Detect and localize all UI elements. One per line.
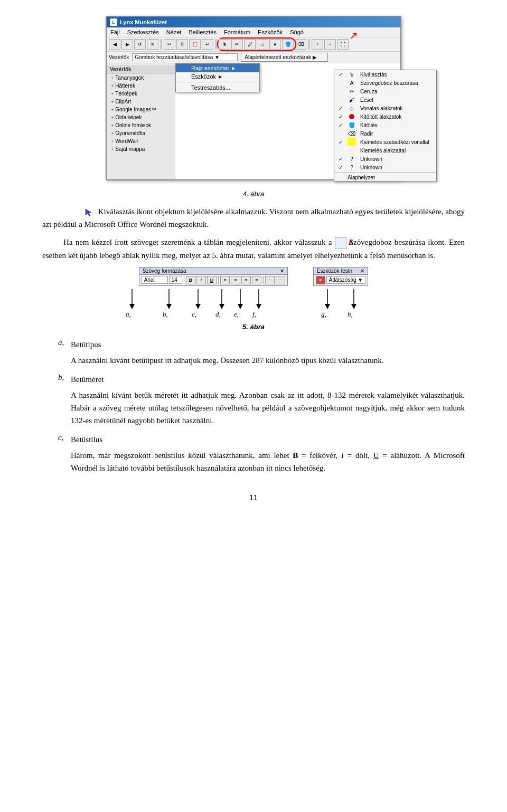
svg-marker-8: [219, 304, 224, 309]
tb-forward[interactable]: ▶: [121, 39, 133, 50]
szovegdoboz-icon: A: [348, 79, 356, 87]
eszkozok-x-btn[interactable]: ✕: [316, 276, 325, 284]
submenu-kiemelés-alakzattal[interactable]: □ Kiemelés alakzattal: [334, 146, 436, 155]
sidebar-item-hatterek[interactable]: Hátterek: [107, 82, 175, 90]
section-a-title: Betűtípus: [71, 338, 465, 351]
align-right-btn[interactable]: ≡: [241, 276, 251, 284]
tdemo-sep3: [263, 276, 264, 284]
vezerlok-label: Vezérlők: [109, 54, 129, 60]
tb-copy[interactable]: ⎘: [176, 39, 188, 50]
label-c: c,: [192, 310, 196, 319]
submenu-ecset[interactable]: 🖌 Ecset: [334, 95, 436, 104]
kivalasztas-icon: 🖱: [348, 71, 356, 78]
submenu-vonalas[interactable]: ✓ ◇ Vonalas alakzatok: [334, 104, 436, 112]
tb-draw7[interactable]: ⌫: [295, 39, 306, 50]
tb-stop[interactable]: ✕: [147, 39, 158, 50]
window-title: Lynx Munkafüzet: [120, 19, 167, 25]
menu-nezet[interactable]: Nézet: [165, 28, 183, 36]
menu-eszkozok[interactable]: Eszközök: [256, 28, 284, 36]
sidebar-item-sajat[interactable]: Saját mappa: [107, 145, 175, 153]
menu-szerkesztes[interactable]: Szerkesztés: [126, 28, 161, 36]
label-g: g,: [321, 310, 326, 319]
submenu-alaphelyzet[interactable]: Alaphelyzet: [334, 174, 436, 181]
tb-draw5[interactable]: ●: [269, 39, 281, 50]
menu-fajl[interactable]: Fájl: [109, 28, 121, 36]
bold-btn[interactable]: B: [186, 276, 195, 284]
kiemelés-alakzattal-icon: □: [348, 147, 356, 154]
submenu-unknown1[interactable]: ✓ ? Unknown: [334, 155, 436, 163]
sidebar-item-tananyagok[interactable]: Tananyagok: [107, 74, 175, 82]
kiemelés-vonallal-icon: ▬: [348, 138, 356, 146]
submenu-kivalasztas[interactable]: ✓ 🖱 Kiválasztás: [334, 70, 436, 79]
sidebar-item-gyorsmedia[interactable]: Gyorsmédfia: [107, 129, 175, 137]
tb-cut[interactable]: ✂: [164, 39, 175, 50]
italic-btn[interactable]: I: [196, 276, 206, 284]
sidebar-item-wordwall[interactable]: WordWall: [107, 137, 175, 145]
menu-formatum[interactable]: Formátum: [222, 28, 252, 36]
font-selector[interactable]: Arial: [142, 276, 168, 284]
tdemo-sep2: [218, 276, 219, 284]
underline-btn[interactable]: U: [207, 276, 217, 284]
tb-zoom-out[interactable]: -: [324, 39, 336, 50]
sidebar-item-terkepek[interactable]: Térképek: [107, 90, 175, 98]
svg-marker-2: [129, 304, 135, 309]
sidebar-item-online[interactable]: Online források: [107, 121, 175, 129]
submenu2-sep: [334, 173, 436, 173]
menu-testreszabas[interactable]: Testreszabás...: [176, 83, 259, 92]
menu-beillesztes[interactable]: Beillesztés: [187, 28, 218, 36]
sidebar-item-google[interactable]: Google Images™: [107, 106, 175, 113]
tb-paste[interactable]: 📋: [189, 39, 201, 50]
tb-reload[interactable]: ↺: [134, 39, 146, 50]
tb-draw1[interactable]: 🖱: [219, 39, 230, 50]
submenu-ceruza[interactable]: ✏ Ceruza: [334, 87, 436, 95]
lynx-toolbar: ◀ ▶ ↺ ✕ ✂ ⎘ 📋 ↩ 🖱 ✏ 🖊 □ ● 🪣 ⌫: [107, 37, 400, 52]
szoveg-formazasa-toolbar: Szöveg formázása ✕ Arial 14 B I U ≡ ≡ ≡ …: [139, 267, 288, 286]
submenu-szovegdoboz[interactable]: A Szövegdoboz beszúrása: [334, 79, 436, 87]
gombok-input[interactable]: Gombok hozzáadása/eltávolítása ▼: [132, 53, 238, 61]
menu-sugo[interactable]: Súgó: [288, 28, 305, 36]
eszkozok-title: Eszközök testn ✕: [314, 268, 368, 275]
text-body: Kiválasztás ikont objektum kijelölésére …: [42, 205, 465, 262]
tb-draw4[interactable]: □: [257, 39, 268, 50]
label-h: h,: [348, 310, 353, 319]
menu-eszkozok[interactable]: Eszközök: [176, 72, 259, 81]
menu-rajz-eszkoztar[interactable]: Rajz eszköztár: [176, 64, 259, 72]
atlatszo-dropdown[interactable]: Átlátszóság ▼: [326, 276, 365, 284]
size-selector[interactable]: 14: [169, 276, 182, 284]
align-center-btn[interactable]: ≡: [231, 276, 240, 284]
align-justify-btn[interactable]: ≡: [252, 276, 261, 284]
align-left-btn[interactable]: ≡: [220, 276, 230, 284]
szoveg-close-btn[interactable]: ✕: [280, 268, 284, 274]
szoveg-title-text: Szöveg formázása: [143, 268, 186, 274]
submenu-kiemelés-vonallal[interactable]: ✓ ▬ Kiemelés szabadkézi vonallal: [334, 138, 436, 146]
sidebar-item-oldalképek[interactable]: Oldalképek: [107, 113, 175, 121]
section-a-marker: a,: [58, 338, 71, 370]
tb-draw3[interactable]: 🖊: [244, 39, 256, 50]
submenu-kitoltott[interactable]: ✓ Kitöltött alakzatok: [334, 112, 436, 121]
tb-draw6[interactable]: 🪣: [282, 39, 294, 50]
tb-draw2[interactable]: ✏: [231, 39, 243, 50]
ceruza-icon: ✏: [348, 88, 356, 95]
submenu-kitoltes[interactable]: ✓ 🪣 Kitöltés: [334, 121, 436, 129]
kitoltes-icon: 🪣: [348, 121, 356, 129]
szovegdoboz-inline-icon: A: [335, 237, 346, 249]
submenu-unknown2[interactable]: ✓ ? Unknown: [334, 163, 436, 171]
tb-zoom-in[interactable]: +: [312, 39, 323, 50]
fig5-label: 5. ábra: [42, 323, 465, 331]
label-a: a,: [126, 310, 131, 319]
extra-btn2[interactable]: ⋯: [276, 276, 285, 284]
tb-fullscreen[interactable]: ⛶: [337, 39, 349, 50]
para2-start: Ha nem kézzel írott szöveget szeretnénk …: [63, 238, 335, 246]
radir-icon: ⌫: [348, 130, 356, 137]
alapertelmezett-menu[interactable]: Alapértelmezett eszköztárak ▶: [241, 53, 327, 62]
submenu-radir[interactable]: ⌫ Radír: [334, 129, 436, 138]
tb-sep2: [215, 39, 217, 50]
section-b-row: b, Betűméret A használni kívánt betűk mé…: [58, 373, 465, 430]
svg-marker-16: [351, 304, 356, 309]
extra-btn1[interactable]: ⋯: [265, 276, 275, 284]
eszkozok-close-btn[interactable]: ✕: [360, 268, 364, 274]
sidebar-item-clipart[interactable]: ClipArt: [107, 98, 175, 106]
tb-back[interactable]: ◀: [109, 39, 120, 50]
tb-undo[interactable]: ↩: [202, 39, 213, 50]
arrows-and-labels: a, b, c, d, e, f, g, h,: [42, 286, 465, 321]
